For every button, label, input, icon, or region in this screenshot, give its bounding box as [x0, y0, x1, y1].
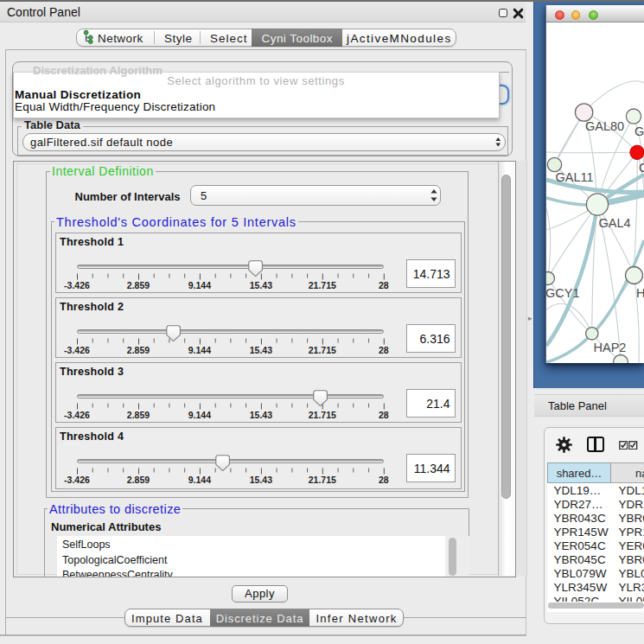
svg-text:GAL11: GAL11	[556, 170, 594, 184]
svg-text:HIS4: HIS4	[636, 286, 644, 300]
svg-text:GCY1: GCY1	[546, 286, 580, 300]
svg-text:GAL4: GAL4	[599, 216, 631, 230]
svg-text:HAP2: HAP2	[594, 341, 627, 354]
svg-text:GAL3: GAL3	[634, 124, 644, 138]
svg-text:CDC: CDC	[639, 161, 644, 175]
svg-text:GAL80: GAL80	[585, 119, 624, 133]
